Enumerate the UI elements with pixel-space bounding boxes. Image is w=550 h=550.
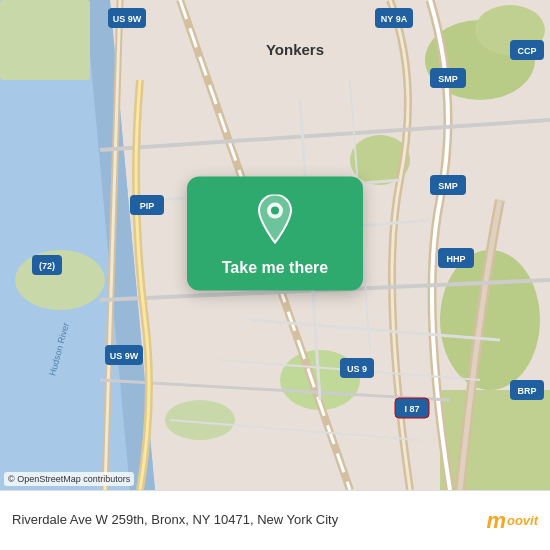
address-text: Riverdale Ave W 259th, Bronx, NY 10471, … [12,511,486,529]
app: US 9W NY 9A Yonkers SMP CCP PIP SMP (72) [0,0,550,550]
road-label-smp-mid: SMP [438,181,458,191]
action-card[interactable]: Take me there [187,177,363,291]
info-bar: Riverdale Ave W 259th, Bronx, NY 10471, … [0,490,550,550]
road-label-us9w-top: US 9W [113,14,142,24]
location-pin-icon [253,195,297,247]
road-label-pip: PIP [140,201,155,211]
svg-point-39 [271,207,279,215]
road-label-ny9a: NY 9A [381,14,408,24]
svg-rect-3 [0,0,90,80]
road-label-smp-top: SMP [438,74,458,84]
road-label-i87: I 87 [404,404,419,414]
road-label-72: (72) [39,261,55,271]
road-label-us9w-bot: US 9W [110,351,139,361]
moovit-logo-m: m [486,508,506,534]
svg-rect-7 [440,390,550,490]
moovit-logo: m oovit [486,508,538,534]
road-label-ccp: CCP [517,46,536,56]
moovit-logo-text: oovit [507,513,538,528]
road-label-hhp: HHP [446,254,465,264]
road-label-us9: US 9 [347,364,367,374]
road-label-brp: BRP [517,386,536,396]
map-container: US 9W NY 9A Yonkers SMP CCP PIP SMP (72) [0,0,550,490]
yonkers-label: Yonkers [266,41,324,58]
osm-attribution: © OpenStreetMap contributors [4,472,134,486]
take-me-there-button[interactable]: Take me there [222,259,328,277]
